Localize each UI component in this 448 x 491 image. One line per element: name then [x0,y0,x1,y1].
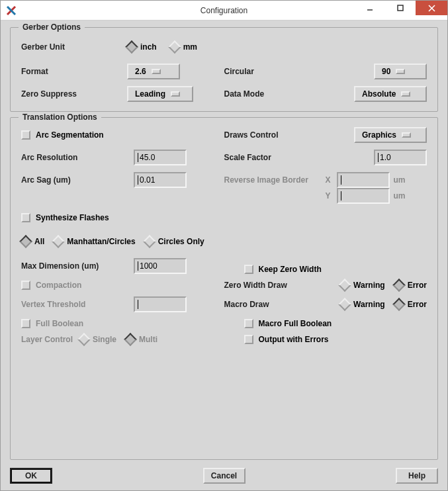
layer-control-single-label: Single [93,335,116,344]
synth-all-label: All [34,237,44,246]
diamond-radio-icon [168,40,181,54]
minimize-button[interactable] [355,1,385,15]
arc-resolution-input[interactable]: 45.0 [134,150,187,165]
gerber-options-group: Gerber Options Gerber Unit inch mm [10,27,438,112]
checkbox-icon [21,319,30,328]
zero-width-warning-label: Warning [353,281,385,290]
keep-zero-width-checkbox[interactable]: Keep Zero Width [244,265,322,274]
close-button[interactable] [416,1,447,15]
full-boolean-label: Full Boolean [36,319,83,328]
synth-manhattan-circles-radio[interactable]: Manhattan/Circles [54,237,135,246]
diamond-radio-icon [338,298,351,311]
full-boolean-checkbox[interactable]: Full Boolean [21,319,83,328]
reverse-border-x-input[interactable] [337,172,390,188]
zero-width-error-label: Error [408,281,427,290]
checkbox-icon [244,265,253,274]
max-dimension-value: 1000 [140,261,157,271]
macro-draw-error-radio[interactable]: Error [394,300,427,309]
compaction-label: Compaction [36,281,81,290]
data-mode-label: Data Mode [224,89,310,99]
text-caret-icon [138,153,138,162]
reverse-border-x-label: X [324,175,333,185]
app-icon [5,4,18,17]
cancel-button[interactable]: Cancel [203,468,246,484]
format-dropdown[interactable]: 2.6 [127,64,180,79]
arc-sag-input[interactable]: 0.01 [134,172,187,188]
scale-factor-value: 1.0 [380,153,391,162]
gerber-unit-mm-radio[interactable]: mm [170,42,197,52]
client-area: Gerber Options Gerber Unit inch mm [1,21,447,490]
reverse-border-y-unit: um [394,191,410,201]
macro-draw-warning-radio[interactable]: Warning [340,300,385,309]
cancel-button-label: Cancel [211,471,237,480]
synthesize-flashes-checkbox[interactable]: Synthesize Flashes [21,213,109,222]
layer-control-single-radio[interactable]: Single [79,335,116,344]
gerber-unit-inch-radio[interactable]: inch [127,42,157,52]
macro-draw-warning-label: Warning [353,300,385,309]
titlebar: Configuration [1,1,447,21]
vertex-threshold-label: Vertex Threshold [21,300,134,309]
layer-control-label: Layer Control [21,335,73,344]
diamond-radio-icon [392,279,406,292]
diamond-radio-icon [124,333,137,346]
format-value: 2.6 [135,67,146,76]
reverse-border-x-unit: um [394,175,410,185]
arc-resolution-value: 45.0 [140,153,155,162]
dropdown-knub-icon [171,91,180,97]
checkbox-icon [244,319,253,328]
zero-width-draw-error-radio[interactable]: Error [394,281,427,290]
gerber-options-legend: Gerber Options [19,22,85,32]
scale-factor-label: Scale Factor [224,153,310,162]
checkbox-icon [21,281,30,290]
checkbox-icon [21,130,30,140]
text-caret-icon [341,191,341,201]
reverse-border-y-input[interactable] [337,188,390,204]
diamond-radio-icon [143,235,156,248]
circular-dropdown[interactable]: 90 [374,64,427,79]
layer-control-multi-radio[interactable]: Multi [126,335,157,344]
ok-button[interactable]: OK [10,468,52,484]
diamond-radio-icon [52,235,65,248]
dropdown-knub-icon [152,69,161,74]
zero-suppress-value: Leading [135,89,165,99]
synth-all-radio[interactable]: All [21,237,44,246]
zero-width-draw-warning-radio[interactable]: Warning [340,281,385,290]
ok-button-label: OK [25,471,37,480]
help-button[interactable]: Help [396,468,438,484]
reverse-border-y-label: Y [324,191,333,201]
maximize-button[interactable] [385,1,416,15]
text-caret-icon [138,175,138,185]
diamond-radio-icon [338,279,351,292]
synthesize-flashes-label: Synthesize Flashes [36,213,109,222]
text-caret-icon [138,300,138,309]
checkbox-icon [21,213,30,222]
zero-suppress-dropdown[interactable]: Leading [127,86,193,102]
data-mode-dropdown[interactable]: Absolute [354,86,427,102]
synth-circles-only-radio[interactable]: Circles Only [145,237,204,246]
format-label: Format [21,67,127,76]
reverse-image-border-label: Reverse Image Border [224,175,324,185]
draws-control-dropdown[interactable]: Graphics [354,127,427,143]
scale-factor-input[interactable]: 1.0 [374,150,427,165]
arc-sag-value: 0.01 [140,175,155,185]
compaction-checkbox[interactable]: Compaction [21,281,81,290]
draws-control-value: Graphics [362,130,396,140]
arc-resolution-label: Arc Resolution [21,153,134,162]
translation-options-legend: Translation Options [19,112,101,122]
vertex-threshold-input[interactable] [134,296,187,312]
macro-draw-label: Macro Draw [224,300,317,309]
arc-segmentation-checkbox[interactable]: Arc Segmentation [21,130,104,140]
layer-control-multi-label: Multi [139,335,157,344]
macro-full-boolean-label: Macro Full Boolean [259,319,332,328]
synth-circles-only-label: Circles Only [158,237,204,246]
output-with-errors-checkbox[interactable]: Output with Errors [244,335,329,344]
diamond-radio-icon [392,298,406,311]
circular-label: Circular [224,67,310,76]
diamond-radio-icon [125,40,138,54]
zero-suppress-label: Zero Suppress [21,89,127,99]
data-mode-value: Absolute [362,89,396,99]
dropdown-knub-icon [402,132,411,138]
macro-full-boolean-checkbox[interactable]: Macro Full Boolean [244,319,332,328]
max-dimension-input[interactable]: 1000 [134,258,187,274]
max-dimension-label: Max Dimension (um) [21,261,134,271]
